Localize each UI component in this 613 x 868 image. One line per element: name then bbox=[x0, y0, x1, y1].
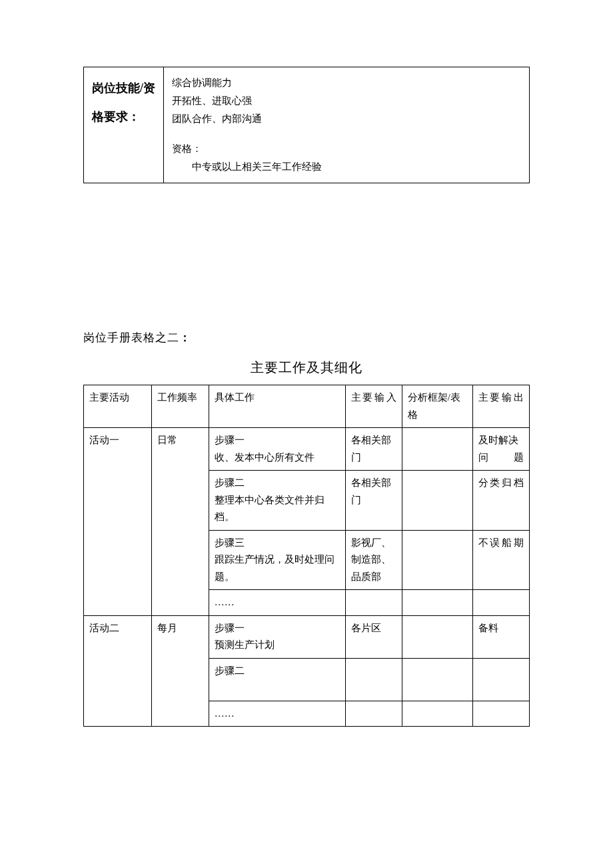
section-two-heading-text: 岗位手册表格之二 bbox=[83, 331, 179, 344]
cell-output bbox=[472, 701, 529, 727]
cell-input bbox=[345, 590, 402, 616]
cell-framework bbox=[402, 590, 472, 616]
cell-input bbox=[345, 658, 402, 701]
cell-frequency: 每月 bbox=[152, 615, 209, 727]
cell-framework bbox=[402, 615, 472, 658]
skills-label-text: 岗位技能/资格要求： bbox=[92, 81, 155, 123]
cell-framework bbox=[402, 530, 472, 590]
step-body bbox=[215, 679, 340, 697]
cell-detail: …… bbox=[209, 590, 345, 616]
header-activity: 主要活动 bbox=[84, 385, 152, 428]
header-detail: 具体工作 bbox=[209, 385, 345, 428]
skill-item-1: 综合协调能力 bbox=[172, 74, 521, 92]
section-two-title: 主要工作及其细化 bbox=[83, 359, 530, 377]
step-label: 步骤一 bbox=[215, 432, 340, 449]
cell-output: 不误船期 bbox=[472, 530, 529, 590]
step-label: 步骤二 bbox=[215, 475, 340, 492]
step-label: 步骤一 bbox=[215, 620, 340, 637]
cell-framework bbox=[402, 428, 472, 471]
work-detail-table: 主要活动 工作频率 具体工作 主要输入 分析框架/表格 主要输出 活动一 日常 … bbox=[83, 385, 530, 727]
header-output: 主要输出 bbox=[472, 385, 529, 428]
qualification-detail: 中专或以上相关三年工作经验 bbox=[172, 158, 521, 176]
section-two-colon: ： bbox=[179, 331, 191, 344]
cell-activity: 活动二 bbox=[84, 615, 152, 727]
cell-detail: 步骤一 预测生产计划 bbox=[209, 615, 345, 658]
header-frequency: 工作频率 bbox=[152, 385, 209, 428]
cell-output bbox=[472, 590, 529, 616]
cell-input: 影视厂、制造部、品质部 bbox=[345, 530, 402, 590]
step-body: 预测生产计划 bbox=[215, 637, 340, 654]
cell-detail: …… bbox=[209, 701, 345, 727]
step-label: 步骤二 bbox=[215, 663, 340, 680]
header-input: 主要输入 bbox=[345, 385, 402, 428]
cell-output: 及时解决问题 bbox=[472, 428, 529, 471]
skills-label-cell: 岗位技能/资格要求： bbox=[84, 67, 164, 183]
step-label: 步骤三 bbox=[215, 535, 340, 552]
cell-input: 各相关部门 bbox=[345, 471, 402, 531]
cell-framework bbox=[402, 701, 472, 727]
cell-output: 分类归档 bbox=[472, 471, 529, 531]
cell-input: 各相关部门 bbox=[345, 428, 402, 471]
cell-detail: 步骤二 整理本中心各类文件并归档。 bbox=[209, 471, 345, 531]
cell-activity: 活动一 bbox=[84, 428, 152, 616]
skill-item-3: 团队合作、内部沟通 bbox=[172, 110, 521, 128]
skills-requirements-table: 岗位技能/资格要求： 综合协调能力 开拓性、进取心强 团队合作、内部沟通 资格：… bbox=[83, 67, 530, 183]
cell-output bbox=[472, 658, 529, 701]
cell-input bbox=[345, 701, 402, 727]
step-body: 跟踪生产情况，及时处理问题。 bbox=[215, 551, 340, 585]
table-header-row: 主要活动 工作频率 具体工作 主要输入 分析框架/表格 主要输出 bbox=[84, 385, 530, 428]
header-framework: 分析框架/表格 bbox=[402, 385, 472, 428]
table-row: 活动一 日常 步骤一 收、发本中心所有文件 各相关部门 及时解决问题 bbox=[84, 428, 530, 471]
step-body: 整理本中心各类文件并归档。 bbox=[215, 492, 340, 526]
skills-content-cell: 综合协调能力 开拓性、进取心强 团队合作、内部沟通 资格： 中专或以上相关三年工… bbox=[164, 67, 530, 183]
skill-item-2: 开拓性、进取心强 bbox=[172, 92, 521, 110]
step-body: 收、发本中心所有文件 bbox=[215, 449, 340, 467]
cell-input: 各片区 bbox=[345, 615, 402, 658]
cell-frequency: 日常 bbox=[152, 428, 209, 616]
table-row: 活动二 每月 步骤一 预测生产计划 各片区 备料 bbox=[84, 615, 530, 658]
qualification-label: 资格： bbox=[172, 140, 521, 158]
section-two-heading: 岗位手册表格之二： bbox=[83, 330, 530, 345]
cell-detail: 步骤三 跟踪生产情况，及时处理问题。 bbox=[209, 530, 345, 590]
cell-detail: 步骤二 bbox=[209, 658, 345, 701]
cell-framework bbox=[402, 471, 472, 531]
cell-detail: 步骤一 收、发本中心所有文件 bbox=[209, 428, 345, 471]
cell-output: 备料 bbox=[472, 615, 529, 658]
cell-framework bbox=[402, 658, 472, 701]
